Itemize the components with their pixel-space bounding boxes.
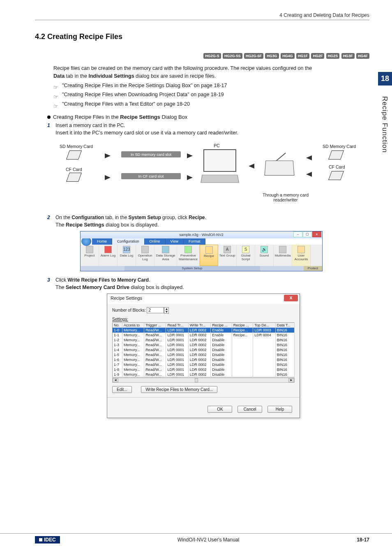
horizontal-scrollbar[interactable]: ◄ ►: [112, 378, 295, 383]
tag: HG3G: [265, 53, 279, 59]
table-header[interactable]: Recipe ...: [232, 322, 253, 328]
table-row[interactable]: 1-3Memory...Read/W...LDR 0001LDR 0002Dis…: [113, 342, 295, 347]
scroll-right-icon[interactable]: ►: [288, 378, 294, 382]
scroll-thumb[interactable]: [195, 378, 198, 382]
table-row[interactable]: 1-0Memory...Read/W...LDR 0001LDR 0002Ena…: [113, 328, 295, 333]
alarm-icon: [104, 246, 112, 253]
step-2-subtext: The Recipe Settings dialog box is displa…: [55, 222, 369, 228]
tab-view[interactable]: View: [166, 238, 184, 245]
xref-link[interactable]: "Creating Recipe Files with a Text Edito…: [53, 100, 369, 108]
table-header[interactable]: Data T...: [275, 322, 294, 328]
close-icon[interactable]: x: [312, 231, 321, 237]
arrow-left-icon: [306, 155, 312, 160]
ok-button[interactable]: OK: [208, 406, 232, 413]
multimedia-icon: [279, 246, 286, 253]
close-icon[interactable]: x: [284, 295, 298, 301]
arrow-right-icon: [187, 175, 193, 180]
table-row[interactable]: 1-5Memory...Read/W...LDR 0001LDR 0002Dis…: [113, 352, 295, 357]
table-row[interactable]: 1-1Memory...Read/W...LDR 0001LDR 0002Ena…: [113, 333, 295, 338]
maximize-icon[interactable]: ▢: [303, 231, 312, 237]
ribbon-screenshot: sample.n3g - WindO/I-NV2 – ▢ x Home Conf…: [80, 231, 323, 271]
ribbon-data-log[interactable]: 123Data Log: [118, 245, 136, 266]
tag: HG2G-5S: [223, 53, 242, 59]
chapter-title: Recipe Function: [380, 86, 389, 160]
table-header[interactable]: Write Tr...: [188, 322, 210, 328]
arrow-left-icon: [249, 164, 254, 169]
settings-table[interactable]: No.Access toTrigger ...Read Tr...Write T…: [112, 322, 295, 377]
window-titlebar: sample.n3g - WindO/I-NV2 – ▢ x: [81, 231, 322, 238]
scroll-left-icon[interactable]: ◄: [113, 378, 118, 382]
page-number: 18-17: [357, 537, 369, 543]
step-3-text: Click Write Recipe Files to Memory Card.: [55, 277, 369, 283]
table-header[interactable]: No.: [113, 322, 122, 328]
cf-card-label-right: CF Card: [329, 164, 345, 169]
tag: HG4G: [281, 53, 295, 59]
tab-online[interactable]: Online: [145, 238, 166, 245]
sd-card-icon: [66, 150, 82, 160]
oplog-icon: [141, 246, 149, 253]
table-row[interactable]: 1-8Memory...Read/W...LDR 0001LDR 0002Dis…: [113, 367, 295, 372]
chapter-side-tab: 18 Recipe Function: [378, 72, 392, 160]
table-header[interactable]: Read Tr...: [166, 322, 188, 328]
step-number-3: 3: [47, 277, 55, 283]
intro-text: Recipe files can be created on the memor…: [53, 65, 369, 80]
table-header[interactable]: Recipe ...: [211, 322, 232, 328]
table-row[interactable]: 1-7Memory...Read/W...LDR 0001LDR 0002Dis…: [113, 362, 295, 367]
step-1-text: Insert a memory card in the PC.: [55, 123, 369, 128]
ribbon-operation-log[interactable]: Operation Log: [136, 245, 154, 266]
tag: HG2G-5F: [244, 53, 263, 59]
ribbon-data-storage[interactable]: Data Storage Area: [154, 245, 177, 266]
breadcrumb: 4 Creating and Deleting Data for Recipes: [35, 12, 369, 20]
dialog-titlebar: Recipe Settings x: [107, 294, 300, 304]
ribbon-sound[interactable]: 🔊Sound: [255, 245, 274, 266]
ribbon-user-accounts[interactable]: User Accounts: [292, 245, 311, 266]
recipe-settings-dialog: Recipe Settings x Number of Blocks: 2▲▼ …: [107, 294, 300, 418]
sd-card-label-right: SD Memory Card: [323, 144, 356, 149]
sound-icon: 🔊: [261, 246, 268, 253]
users-icon: [297, 246, 305, 253]
table-row[interactable]: 1-4Memory...Read/W...LDR 0001LDR 0002Dis…: [113, 347, 295, 352]
pc-label: PC: [214, 143, 220, 148]
ribbon-alarm-log[interactable]: Alarm Log: [99, 245, 118, 266]
help-button[interactable]: Help: [267, 406, 292, 413]
tag: HG4F: [356, 53, 369, 59]
pointer-icon: [53, 102, 61, 106]
cf-card-label-left: CF Card: [66, 167, 82, 172]
tab-configuration[interactable]: Configuration: [112, 238, 145, 245]
tag: HG2F: [311, 53, 324, 59]
table-row[interactable]: 1-2Memory...Read/W...LDR 0001LDR 0002Dis…: [113, 338, 295, 342]
table-header[interactable]: Trigger ...: [144, 322, 166, 328]
edit-button[interactable]: Edit...: [112, 386, 132, 393]
num-blocks-input[interactable]: 2: [147, 307, 164, 313]
tab-home[interactable]: Home: [92, 238, 112, 245]
write-recipe-button[interactable]: Write Recipe Files to Memory Card...: [141, 386, 217, 393]
table-header[interactable]: Top De...: [253, 322, 275, 328]
minimize-icon[interactable]: –: [293, 231, 302, 237]
ribbon-global-script[interactable]: SGlobal Script: [237, 245, 255, 266]
storage-icon: [162, 246, 169, 253]
tag: HG3F: [341, 53, 355, 59]
manual-title: WindO/I-NV2 User's Manual: [178, 537, 239, 543]
table-row[interactable]: 1-9Memory...Read/W...LDR 0001LDR 0002Dis…: [113, 372, 295, 377]
step-number-2: 2: [47, 215, 55, 220]
ribbon-text-group[interactable]: AText Group: [218, 245, 237, 266]
project-icon: [86, 246, 93, 253]
section-title: 4.2 Creating Recipe Files: [35, 32, 369, 41]
num-blocks-label: Number of Blocks:: [112, 308, 146, 312]
sd-card-label-left: SD Memory Card: [60, 144, 93, 149]
ribbon-project[interactable]: Project: [81, 245, 99, 266]
tab-format[interactable]: Format: [184, 238, 206, 245]
spinner-icon[interactable]: ▲▼: [164, 307, 169, 314]
pointer-icon: [53, 83, 61, 88]
card-reader-icon: [264, 160, 294, 175]
pointer-icon: [53, 93, 61, 97]
table-row[interactable]: 1-6Memory...Read/W...LDR 0001LDR 0002Dis…: [113, 357, 295, 362]
ribbon-multimedia[interactable]: Multimedia: [274, 245, 292, 266]
xref-link[interactable]: "Creating Recipe Files in the Recipe Set…: [53, 82, 369, 90]
cancel-button[interactable]: Cancel: [238, 406, 262, 413]
ribbon-preventive[interactable]: Preventive Maintenance: [177, 245, 200, 266]
xref-link[interactable]: "Creating Recipe Files when Downloading …: [53, 91, 369, 99]
table-header[interactable]: Access to: [122, 322, 144, 328]
ribbon-recipe[interactable]: Recipe: [200, 245, 218, 266]
arrow-right-icon: [105, 153, 111, 158]
